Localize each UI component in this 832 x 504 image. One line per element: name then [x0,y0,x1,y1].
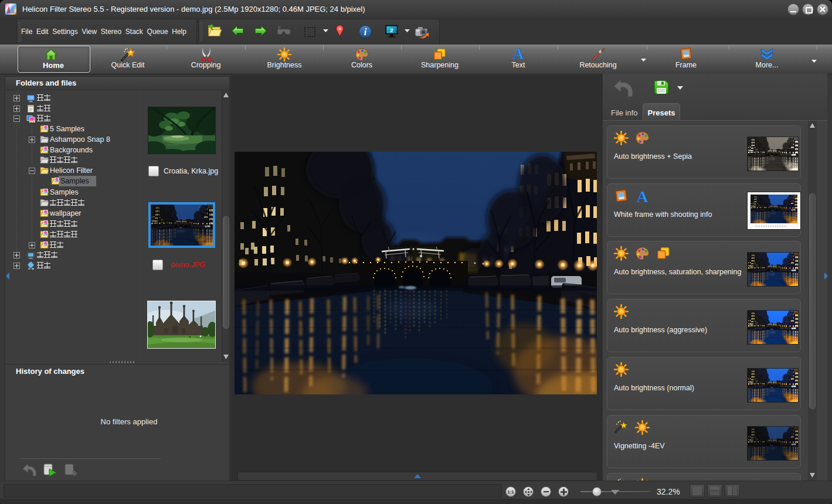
svg-text:i: i [364,26,367,38]
svg-text:2: 2 [390,27,393,33]
